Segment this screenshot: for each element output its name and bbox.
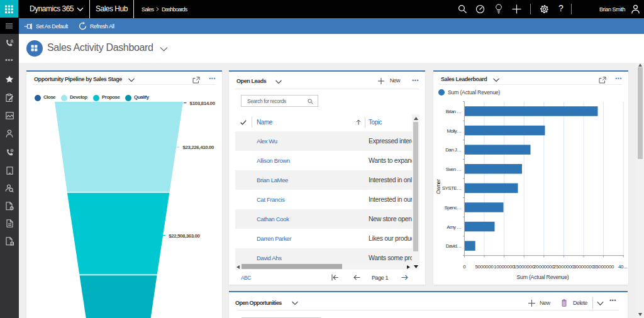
svg-text:$23,226,410.00: $23,226,410.00	[183, 145, 214, 150]
svg-text:Sum (Actual Revenue): Sum (Actual Revenue)	[516, 274, 569, 280]
svg-text:Amy …: Amy …	[447, 224, 461, 230]
svg-text:SYSTE…: SYSTE…	[442, 185, 462, 191]
svg-text:25000000: 25000000	[553, 264, 575, 270]
svg-text:30000000: 30000000	[573, 264, 594, 270]
svg-text:Sven …: Sven …	[446, 167, 462, 172]
svg-text:Spenc…: Spenc…	[444, 205, 461, 211]
svg-text:40...: 40...	[618, 264, 627, 270]
svg-text:0: 0	[463, 264, 466, 270]
svg-text:Owner: Owner	[435, 179, 441, 194]
svg-text:Dan J…: Dan J…	[445, 147, 461, 153]
svg-text:20000000: 20000000	[533, 264, 555, 270]
svg-text:10000000: 10000000	[494, 264, 515, 270]
svg-text:David…: David…	[446, 243, 462, 249]
svg-text:$103,814.00: $103,814.00	[190, 101, 216, 106]
svg-text:$22,508,363.00: $22,508,363.00	[169, 233, 200, 239]
svg-text:Molly…: Molly…	[447, 128, 461, 134]
svg-text:Brian …: Brian …	[446, 109, 462, 114]
svg-text:5000000: 5000000	[475, 264, 494, 270]
svg-text:35000000: 35000000	[593, 264, 614, 270]
svg-text:15000000: 15000000	[514, 264, 535, 270]
